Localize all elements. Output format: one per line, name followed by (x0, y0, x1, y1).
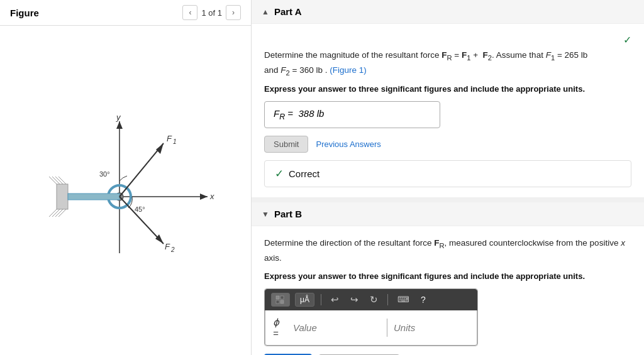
figure-navigation: ‹ 1 of 1 › (182, 5, 241, 20)
figure-prev-button[interactable]: ‹ (182, 5, 197, 20)
part-b-toggle-icon[interactable]: ▼ (262, 210, 269, 219)
toolbar-refresh-button[interactable]: ↻ (367, 293, 381, 307)
svg-line-9 (55, 177, 63, 184)
svg-line-10 (58, 177, 66, 184)
part-a-button-row: Submit Previous Answers (264, 136, 631, 153)
svg-text:y: y (116, 112, 121, 122)
figure-image-area: y x (0, 26, 251, 355)
part-b-content: Determine the direction of the resultant… (252, 226, 644, 355)
svg-line-13 (55, 209, 63, 217)
toolbar-keyboard-button[interactable]: ⌨ (394, 293, 413, 305)
svg-text:30°: 30° (99, 170, 110, 178)
svg-rect-17 (68, 194, 119, 200)
part-a-problem-text: Determine the magnitude of the resultant… (264, 48, 631, 78)
part-a-header: ▲ Part A (252, 0, 644, 24)
figure-count: 1 of 1 (201, 8, 222, 18)
part-a-answer-box: FR = 388 lb (264, 101, 440, 128)
toolbar-separator-1 (321, 294, 321, 305)
toolbar-mu-button[interactable]: μÅ (295, 293, 314, 307)
svg-rect-28 (276, 296, 279, 299)
svg-line-14 (58, 209, 66, 217)
part-b-input-area: ϕ = (265, 310, 477, 346)
units-input[interactable] (387, 319, 469, 337)
svg-line-11 (49, 209, 57, 217)
part-a-content: ✓ Determine the magnitude of the resulta… (252, 24, 644, 197)
correct-label: Correct (289, 168, 319, 179)
svg-text:2: 2 (170, 246, 175, 253)
part-b-title: Part B (274, 209, 302, 219)
svg-line-18 (119, 143, 164, 197)
svg-rect-6 (57, 184, 68, 209)
part-b-instruction: Express your answer to three significant… (264, 271, 631, 281)
svg-marker-4 (200, 194, 208, 200)
toolbar-undo-button[interactable]: ↩ (328, 293, 342, 307)
part-b-input-widget: μÅ ↩ ↪ ↻ ⌨ ? ϕ = (264, 288, 478, 346)
part-a-section: ▲ Part A ✓ Determine the magnitude of th… (252, 0, 644, 197)
part-b-problem-text: Determine the direction of the resultant… (264, 236, 631, 265)
part-a-correct-banner: ✓ Correct (264, 160, 631, 187)
value-input[interactable] (287, 319, 387, 337)
part-a-title: Part A (274, 6, 302, 17)
svg-line-8 (52, 177, 60, 184)
toolbar-separator-2 (387, 294, 388, 305)
correct-check-icon: ✓ (275, 167, 284, 180)
svg-text:F: F (167, 134, 172, 143)
part-a-prev-answers-link[interactable]: Previous Answers (316, 139, 380, 149)
figure-title: Figure (10, 8, 39, 18)
svg-line-12 (52, 209, 60, 217)
svg-text:1: 1 (173, 138, 177, 145)
part-b-toolbar: μÅ ↩ ↪ ↻ ⌨ ? (265, 289, 477, 310)
svg-rect-30 (276, 300, 279, 303)
toolbar-grid-button[interactable] (271, 293, 290, 307)
figure-diagram: y x (25, 109, 226, 272)
part-a-checkmark-top: ✓ (264, 34, 631, 46)
part-a-toggle-icon[interactable]: ▲ (262, 8, 269, 16)
figure-1-link[interactable]: (Figure 1) (330, 65, 367, 75)
figure-next-button[interactable]: › (226, 5, 241, 20)
svg-text:F: F (165, 242, 170, 251)
toolbar-help-button[interactable]: ? (418, 293, 429, 306)
svg-rect-29 (280, 296, 284, 299)
svg-line-7 (49, 177, 57, 184)
left-panel: Figure ‹ 1 of 1 › y x (0, 0, 252, 355)
part-a-instruction: Express your answer to three significant… (264, 84, 631, 94)
part-b-section: ▼ Part B Determine the direction of the … (252, 202, 644, 355)
right-panel: ▲ Part A ✓ Determine the magnitude of th… (252, 0, 644, 355)
svg-text:x: x (209, 192, 214, 201)
svg-marker-2 (116, 121, 123, 129)
figure-header: Figure ‹ 1 of 1 › (0, 0, 251, 26)
part-b-header: ▼ Part B (252, 202, 644, 226)
phi-label: ϕ = (273, 317, 283, 339)
svg-marker-19 (156, 143, 164, 154)
svg-rect-31 (280, 300, 284, 303)
svg-text:45°: 45° (135, 205, 145, 213)
part-a-submit-button[interactable]: Submit (264, 136, 308, 153)
svg-line-23 (119, 197, 164, 244)
toolbar-redo-button[interactable]: ↪ (347, 293, 362, 307)
